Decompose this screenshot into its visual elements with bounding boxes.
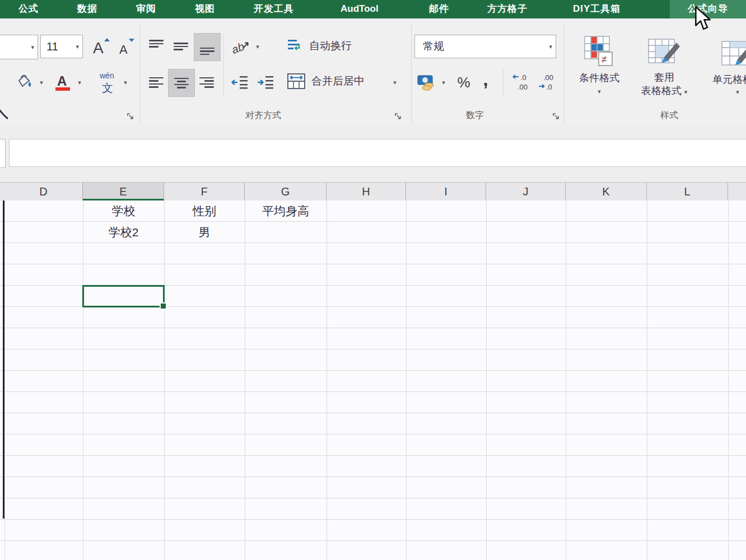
accounting-format-dropdown[interactable]: ▾: [439, 70, 448, 95]
comma-icon: ,: [483, 68, 488, 90]
merge-center-dropdown[interactable]: ▾: [390, 70, 400, 95]
decrease-font-size-button[interactable]: A: [113, 34, 138, 59]
increase-font-size-button[interactable]: A: [87, 34, 113, 59]
svg-text:A: A: [93, 39, 104, 56]
spreadsheet-grid[interactable]: 学校性别平均身高学校2男: [0, 200, 746, 560]
column-header-K[interactable]: K: [566, 183, 647, 201]
number-format-combo[interactable]: 常规 ▾: [414, 35, 556, 58]
increase-indent-button[interactable]: [253, 70, 278, 95]
chevron-down-icon: ▾: [393, 79, 397, 86]
merge-center-button[interactable]: 合并后居中: [287, 68, 391, 95]
orientation-dropdown[interactable]: ▾: [253, 34, 262, 59]
column-header-H[interactable]: H: [327, 183, 406, 201]
currency-icon: [417, 74, 437, 91]
column-header-G[interactable]: G: [245, 183, 327, 201]
orientation-button[interactable]: ab: [229, 34, 253, 59]
group-separator: [564, 24, 565, 123]
align-top-icon: [149, 40, 164, 53]
svg-text:wén: wén: [99, 71, 114, 80]
active-cell-selection[interactable]: [82, 285, 165, 307]
font-color-dropdown[interactable]: ▾: [75, 70, 84, 95]
decrease-indent-button[interactable]: [227, 70, 252, 95]
cell-styles-button[interactable]: 单元格样式 ▾: [701, 29, 746, 107]
format-as-table-label-text: 表格格式: [641, 85, 682, 96]
align-middle-button[interactable]: [169, 34, 193, 59]
gridline-vertical: [486, 200, 487, 560]
chevron-down-icon: ▾: [736, 88, 739, 96]
fill-color-button[interactable]: [11, 70, 38, 95]
tab-diy-toolbox[interactable]: DIY工具箱: [573, 0, 621, 18]
formula-bar-input[interactable]: [9, 139, 746, 167]
fill-color-dropdown[interactable]: ▾: [37, 70, 46, 95]
comma-style-button[interactable]: ,: [476, 67, 495, 91]
conditional-formatting-button[interactable]: ≠ 条件格式 ▾: [570, 29, 628, 101]
grow-font-icon: A: [91, 37, 110, 56]
format-as-table-label-line2: 表格格式 ▾: [641, 84, 688, 97]
paint-bucket-icon: [15, 74, 35, 91]
column-header-J[interactable]: J: [486, 183, 566, 201]
cell-G1[interactable]: 平均身高: [245, 200, 327, 222]
svg-text:≠: ≠: [602, 54, 607, 65]
cell-F2[interactable]: 男: [164, 222, 245, 243]
column-header-L[interactable]: L: [647, 183, 728, 201]
alignment-dialog-launcher[interactable]: [394, 113, 402, 120]
decrease-decimal-button[interactable]: .00 .0: [535, 70, 561, 95]
column-header-F[interactable]: F: [164, 183, 245, 201]
align-left-button[interactable]: [144, 70, 168, 95]
tab-review[interactable]: 审阅: [136, 0, 156, 18]
align-top-button[interactable]: [144, 34, 168, 59]
wrap-text-button[interactable]: 自动换行: [287, 33, 376, 59]
tab-mail[interactable]: 邮件: [429, 0, 449, 18]
tab-audtool[interactable]: AudTool: [341, 0, 379, 18]
conditional-formatting-icon: ≠: [584, 35, 615, 68]
tab-formulas[interactable]: 公式: [18, 0, 39, 18]
align-center-button[interactable]: [168, 69, 195, 97]
column-header-D[interactable]: D: [4, 183, 83, 201]
tab-view[interactable]: 视图: [195, 0, 215, 18]
tab-ffcell[interactable]: 方方格子: [487, 0, 528, 18]
font-size-value: 11: [46, 40, 58, 53]
font-name-combo[interactable]: ▾: [0, 35, 38, 59]
group-separator: [411, 24, 412, 123]
group-separator: [139, 24, 140, 123]
number-format-value: 常规: [423, 39, 444, 54]
ribbon: ▾ 11 ▾ A A ▾ A: [0, 18, 746, 125]
align-bottom-button[interactable]: [194, 33, 221, 61]
font-color-button[interactable]: A: [49, 70, 76, 95]
number-dialog-launcher[interactable]: [552, 113, 560, 120]
tab-developer[interactable]: 开发工具: [254, 0, 294, 18]
column-header-I[interactable]: I: [406, 183, 486, 201]
chevron-down-icon: ▾: [256, 43, 259, 50]
tab-data[interactable]: 数据: [77, 0, 97, 18]
cell-E1[interactable]: 学校: [83, 200, 164, 222]
increase-indent-icon: [257, 75, 274, 90]
styles-group-label: 样式: [638, 108, 700, 123]
gridline-vertical: [245, 200, 245, 560]
phonetic-guide-button[interactable]: wén 文: [94, 69, 121, 96]
gridline-vertical: [647, 200, 647, 560]
chevron-down-icon: ▾: [78, 79, 81, 86]
ribbon-tab-bar: 公式 数据 审阅 视图 开发工具 AudTool 邮件 方方格子 DIY工具箱 …: [0, 0, 746, 18]
format-as-table-button[interactable]: 套用 表格格式 ▾: [632, 29, 697, 107]
increase-decimal-button[interactable]: .0 .00: [510, 70, 535, 95]
text-orientation-icon: ab: [232, 38, 250, 55]
conditional-formatting-label: 条件格式: [579, 71, 619, 85]
cell-F1[interactable]: 性别: [164, 200, 245, 222]
font-size-combo[interactable]: 11 ▾: [40, 35, 83, 58]
svg-text:.0: .0: [546, 83, 552, 91]
decrease-indent-icon: [231, 75, 249, 90]
name-box-clipped[interactable]: [0, 139, 6, 168]
fill-handle[interactable]: [160, 302, 167, 310]
align-right-icon: [199, 77, 214, 88]
phonetic-dropdown[interactable]: ▾: [121, 70, 130, 95]
mini-separator: [223, 33, 224, 98]
chevron-down-icon: ▾: [549, 43, 552, 50]
font-dialog-launcher[interactable]: [127, 113, 134, 120]
align-left-icon: [149, 77, 164, 88]
cell-E2[interactable]: 学校2: [83, 222, 164, 243]
align-right-button[interactable]: [195, 70, 218, 95]
percent-style-button[interactable]: %: [451, 70, 476, 95]
accounting-format-button[interactable]: [414, 70, 439, 95]
column-header-row: DEFGHIJKL: [0, 182, 746, 201]
column-header-E[interactable]: E: [83, 183, 164, 201]
